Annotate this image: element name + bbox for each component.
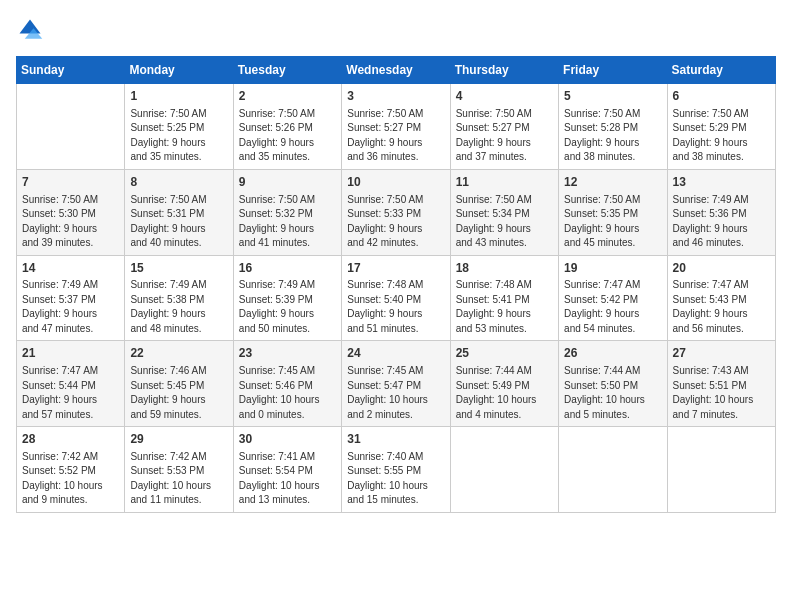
day-number: 15	[130, 260, 227, 277]
day-number: 13	[673, 174, 770, 191]
day-number: 30	[239, 431, 336, 448]
calendar-cell: 8Sunrise: 7:50 AM Sunset: 5:31 PM Daylig…	[125, 169, 233, 255]
day-content: Sunrise: 7:50 AM Sunset: 5:30 PM Dayligh…	[22, 193, 119, 251]
day-number: 6	[673, 88, 770, 105]
day-content: Sunrise: 7:48 AM Sunset: 5:40 PM Dayligh…	[347, 278, 444, 336]
calendar-cell: 9Sunrise: 7:50 AM Sunset: 5:32 PM Daylig…	[233, 169, 341, 255]
calendar-cell	[450, 427, 558, 513]
day-content: Sunrise: 7:50 AM Sunset: 5:31 PM Dayligh…	[130, 193, 227, 251]
calendar-cell: 4Sunrise: 7:50 AM Sunset: 5:27 PM Daylig…	[450, 84, 558, 170]
calendar-cell: 23Sunrise: 7:45 AM Sunset: 5:46 PM Dayli…	[233, 341, 341, 427]
day-number: 4	[456, 88, 553, 105]
day-content: Sunrise: 7:46 AM Sunset: 5:45 PM Dayligh…	[130, 364, 227, 422]
day-content: Sunrise: 7:40 AM Sunset: 5:55 PM Dayligh…	[347, 450, 444, 508]
calendar-week-row: 7Sunrise: 7:50 AM Sunset: 5:30 PM Daylig…	[17, 169, 776, 255]
day-content: Sunrise: 7:50 AM Sunset: 5:28 PM Dayligh…	[564, 107, 661, 165]
weekday-header: Tuesday	[233, 57, 341, 84]
day-number: 14	[22, 260, 119, 277]
day-number: 16	[239, 260, 336, 277]
calendar-cell: 28Sunrise: 7:42 AM Sunset: 5:52 PM Dayli…	[17, 427, 125, 513]
calendar-header: SundayMondayTuesdayWednesdayThursdayFrid…	[17, 57, 776, 84]
day-number: 25	[456, 345, 553, 362]
calendar-cell: 2Sunrise: 7:50 AM Sunset: 5:26 PM Daylig…	[233, 84, 341, 170]
calendar-cell: 27Sunrise: 7:43 AM Sunset: 5:51 PM Dayli…	[667, 341, 775, 427]
calendar-cell: 7Sunrise: 7:50 AM Sunset: 5:30 PM Daylig…	[17, 169, 125, 255]
day-number: 3	[347, 88, 444, 105]
calendar-cell: 12Sunrise: 7:50 AM Sunset: 5:35 PM Dayli…	[559, 169, 667, 255]
calendar-week-row: 1Sunrise: 7:50 AM Sunset: 5:25 PM Daylig…	[17, 84, 776, 170]
calendar-cell: 25Sunrise: 7:44 AM Sunset: 5:49 PM Dayli…	[450, 341, 558, 427]
day-content: Sunrise: 7:50 AM Sunset: 5:35 PM Dayligh…	[564, 193, 661, 251]
calendar-cell	[667, 427, 775, 513]
weekday-header: Sunday	[17, 57, 125, 84]
day-content: Sunrise: 7:44 AM Sunset: 5:49 PM Dayligh…	[456, 364, 553, 422]
calendar-body: 1Sunrise: 7:50 AM Sunset: 5:25 PM Daylig…	[17, 84, 776, 513]
calendar-cell: 26Sunrise: 7:44 AM Sunset: 5:50 PM Dayli…	[559, 341, 667, 427]
day-content: Sunrise: 7:50 AM Sunset: 5:32 PM Dayligh…	[239, 193, 336, 251]
calendar-cell	[17, 84, 125, 170]
calendar-cell: 14Sunrise: 7:49 AM Sunset: 5:37 PM Dayli…	[17, 255, 125, 341]
calendar-cell: 21Sunrise: 7:47 AM Sunset: 5:44 PM Dayli…	[17, 341, 125, 427]
calendar-cell: 10Sunrise: 7:50 AM Sunset: 5:33 PM Dayli…	[342, 169, 450, 255]
weekday-header: Wednesday	[342, 57, 450, 84]
day-number: 11	[456, 174, 553, 191]
calendar-cell: 30Sunrise: 7:41 AM Sunset: 5:54 PM Dayli…	[233, 427, 341, 513]
calendar-cell: 13Sunrise: 7:49 AM Sunset: 5:36 PM Dayli…	[667, 169, 775, 255]
day-number: 23	[239, 345, 336, 362]
day-number: 18	[456, 260, 553, 277]
day-content: Sunrise: 7:41 AM Sunset: 5:54 PM Dayligh…	[239, 450, 336, 508]
svg-marker-0	[20, 20, 41, 34]
day-content: Sunrise: 7:49 AM Sunset: 5:37 PM Dayligh…	[22, 278, 119, 336]
day-content: Sunrise: 7:44 AM Sunset: 5:50 PM Dayligh…	[564, 364, 661, 422]
day-number: 20	[673, 260, 770, 277]
day-content: Sunrise: 7:49 AM Sunset: 5:38 PM Dayligh…	[130, 278, 227, 336]
calendar-cell: 22Sunrise: 7:46 AM Sunset: 5:45 PM Dayli…	[125, 341, 233, 427]
day-content: Sunrise: 7:50 AM Sunset: 5:27 PM Dayligh…	[456, 107, 553, 165]
day-number: 28	[22, 431, 119, 448]
day-content: Sunrise: 7:47 AM Sunset: 5:43 PM Dayligh…	[673, 278, 770, 336]
day-content: Sunrise: 7:48 AM Sunset: 5:41 PM Dayligh…	[456, 278, 553, 336]
day-content: Sunrise: 7:50 AM Sunset: 5:29 PM Dayligh…	[673, 107, 770, 165]
day-content: Sunrise: 7:50 AM Sunset: 5:26 PM Dayligh…	[239, 107, 336, 165]
day-number: 9	[239, 174, 336, 191]
calendar-cell: 18Sunrise: 7:48 AM Sunset: 5:41 PM Dayli…	[450, 255, 558, 341]
calendar-cell: 19Sunrise: 7:47 AM Sunset: 5:42 PM Dayli…	[559, 255, 667, 341]
logo-icon	[16, 16, 44, 44]
day-content: Sunrise: 7:47 AM Sunset: 5:42 PM Dayligh…	[564, 278, 661, 336]
calendar-cell: 31Sunrise: 7:40 AM Sunset: 5:55 PM Dayli…	[342, 427, 450, 513]
page-header	[16, 16, 776, 44]
calendar-cell: 16Sunrise: 7:49 AM Sunset: 5:39 PM Dayli…	[233, 255, 341, 341]
calendar-cell: 15Sunrise: 7:49 AM Sunset: 5:38 PM Dayli…	[125, 255, 233, 341]
calendar-week-row: 14Sunrise: 7:49 AM Sunset: 5:37 PM Dayli…	[17, 255, 776, 341]
weekday-header: Monday	[125, 57, 233, 84]
day-content: Sunrise: 7:45 AM Sunset: 5:46 PM Dayligh…	[239, 364, 336, 422]
day-number: 1	[130, 88, 227, 105]
day-number: 5	[564, 88, 661, 105]
calendar: SundayMondayTuesdayWednesdayThursdayFrid…	[16, 56, 776, 513]
day-content: Sunrise: 7:50 AM Sunset: 5:34 PM Dayligh…	[456, 193, 553, 251]
calendar-cell: 5Sunrise: 7:50 AM Sunset: 5:28 PM Daylig…	[559, 84, 667, 170]
calendar-cell: 3Sunrise: 7:50 AM Sunset: 5:27 PM Daylig…	[342, 84, 450, 170]
calendar-cell: 6Sunrise: 7:50 AM Sunset: 5:29 PM Daylig…	[667, 84, 775, 170]
day-content: Sunrise: 7:50 AM Sunset: 5:27 PM Dayligh…	[347, 107, 444, 165]
calendar-cell: 1Sunrise: 7:50 AM Sunset: 5:25 PM Daylig…	[125, 84, 233, 170]
day-number: 12	[564, 174, 661, 191]
day-content: Sunrise: 7:49 AM Sunset: 5:39 PM Dayligh…	[239, 278, 336, 336]
day-number: 22	[130, 345, 227, 362]
weekday-row: SundayMondayTuesdayWednesdayThursdayFrid…	[17, 57, 776, 84]
day-number: 21	[22, 345, 119, 362]
day-number: 19	[564, 260, 661, 277]
day-number: 10	[347, 174, 444, 191]
day-content: Sunrise: 7:43 AM Sunset: 5:51 PM Dayligh…	[673, 364, 770, 422]
day-number: 8	[130, 174, 227, 191]
day-number: 26	[564, 345, 661, 362]
calendar-cell: 29Sunrise: 7:42 AM Sunset: 5:53 PM Dayli…	[125, 427, 233, 513]
weekday-header: Saturday	[667, 57, 775, 84]
calendar-week-row: 28Sunrise: 7:42 AM Sunset: 5:52 PM Dayli…	[17, 427, 776, 513]
calendar-week-row: 21Sunrise: 7:47 AM Sunset: 5:44 PM Dayli…	[17, 341, 776, 427]
day-content: Sunrise: 7:42 AM Sunset: 5:53 PM Dayligh…	[130, 450, 227, 508]
day-content: Sunrise: 7:50 AM Sunset: 5:33 PM Dayligh…	[347, 193, 444, 251]
day-number: 7	[22, 174, 119, 191]
day-number: 27	[673, 345, 770, 362]
calendar-cell: 17Sunrise: 7:48 AM Sunset: 5:40 PM Dayli…	[342, 255, 450, 341]
